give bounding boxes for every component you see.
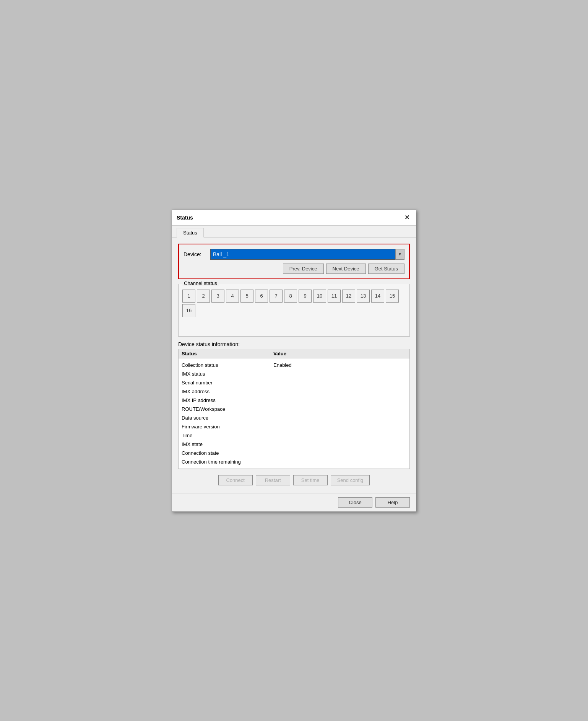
device-status-section: Device status information: Status Value … [178,341,410,469]
row-status-name: Collection status [179,361,270,369]
device-section: Device: Ball _1 ▼ Prev. Device Next Devi… [178,244,410,279]
row-status-name: Time [179,432,270,439]
channel-12[interactable]: 12 [342,290,355,303]
prev-device-button[interactable]: Prev. Device [283,264,324,274]
bottom-buttons: Connect Restart Set time Send config [178,474,410,487]
channel-2[interactable]: 2 [197,290,210,303]
table-row: ROUTE/Workspace [179,405,409,413]
table-row: IMX IP address [179,396,409,405]
row-status-name: ROUTE/Workspace [179,405,270,413]
table-row: Serial number [179,378,409,387]
table-row: IMX address [179,387,409,396]
next-device-button[interactable]: Next Device [326,264,366,274]
row-status-value [270,423,409,430]
table-row: Collection statusEnabled [179,361,409,369]
status-dialog: Status ✕ Status Device: Ball _1 ▼ Prev. … [172,210,416,512]
window-title: Status [177,215,193,221]
channel-status-section: Channel status 12345678910111213141516 [178,284,410,337]
device-label: Device: [184,251,206,257]
channel-numbers: 12345678910111213141516 [182,290,406,332]
row-status-name: Connection state [179,449,270,457]
table-row: Connection time remaining [179,457,409,466]
channel-5[interactable]: 5 [240,290,253,303]
device-buttons: Prev. Device Next Device Get Status [184,264,404,274]
channel-6[interactable]: 6 [255,290,268,303]
row-status-value [270,370,409,378]
dialog-body: Device: Ball _1 ▼ Prev. Device Next Devi… [172,238,416,493]
table-row: Connection state [179,449,409,457]
device-select[interactable]: Ball _1 [210,249,404,260]
channel-3[interactable]: 3 [211,290,224,303]
table-row: IMX state [179,440,409,449]
device-row: Device: Ball _1 ▼ [184,249,404,260]
row-status-value: Enabled [270,361,409,369]
row-status-name: IMX state [179,441,270,448]
table-row: Data source [179,413,409,422]
tab-status[interactable]: Status [177,228,204,238]
footer-close-button[interactable]: Close [338,497,372,508]
channel-14[interactable]: 14 [371,290,384,303]
channel-status-legend: Channel status [182,280,219,286]
channel-15[interactable]: 15 [386,290,399,303]
device-status-label: Device status information: [178,341,410,347]
row-status-name: IMX IP address [179,397,270,404]
set-time-button[interactable]: Set time [293,475,328,485]
row-status-value [270,405,409,413]
row-status-value [270,388,409,395]
channel-11[interactable]: 11 [328,290,341,303]
row-status-value [270,432,409,439]
channel-8[interactable]: 8 [284,290,297,303]
channel-4[interactable]: 4 [226,290,239,303]
status-table: Status Value Collection statusEnabledIMX… [178,349,410,469]
row-status-name: Serial number [179,379,270,386]
channel-10[interactable]: 10 [313,290,326,303]
table-row: Time [179,431,409,440]
send-config-button[interactable]: Send config [331,475,370,485]
row-status-name: Firmware version [179,423,270,430]
row-status-value [270,397,409,404]
dialog-footer: Close Help [172,493,416,511]
row-status-name: Connection time remaining [179,458,270,465]
channel-7[interactable]: 7 [270,290,283,303]
status-table-header: Status Value [179,349,409,358]
row-status-value [270,441,409,448]
table-row: IMX status [179,369,409,378]
row-status-value [270,458,409,465]
tab-bar: Status [172,226,416,238]
channel-9[interactable]: 9 [299,290,312,303]
footer-help-button[interactable]: Help [375,497,410,508]
table-row: Firmware version [179,422,409,431]
col-header-status: Status [179,349,270,358]
channel-13[interactable]: 13 [357,290,370,303]
row-status-value [270,379,409,386]
connect-button[interactable]: Connect [218,475,253,485]
channel-1[interactable]: 1 [182,290,195,303]
status-table-body: Collection statusEnabledIMX statusSerial… [179,358,409,469]
row-status-value [270,449,409,457]
channel-16[interactable]: 16 [182,304,195,317]
device-select-wrapper: Ball _1 ▼ [210,249,404,260]
row-status-name: IMX status [179,370,270,378]
close-button[interactable]: ✕ [402,213,411,222]
title-bar: Status ✕ [172,210,416,226]
get-status-button[interactable]: Get Status [368,264,404,274]
row-status-name: Data source [179,414,270,422]
col-header-value: Value [270,349,409,358]
restart-button[interactable]: Restart [256,475,290,485]
row-status-value [270,414,409,422]
row-status-name: IMX address [179,388,270,395]
